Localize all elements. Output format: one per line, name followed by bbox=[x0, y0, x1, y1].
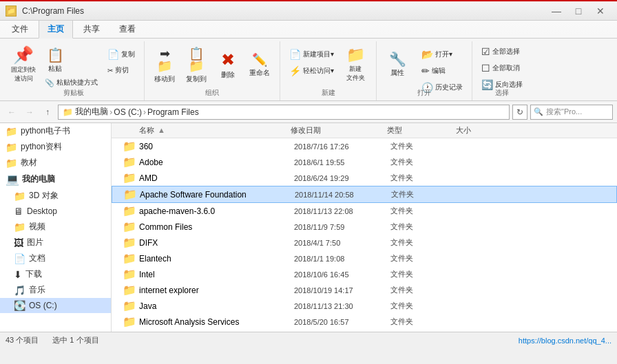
back-button[interactable]: ← bbox=[4, 105, 19, 120]
file-date: 2018/4/1 7:50 bbox=[294, 239, 390, 247]
sidebar-item-music[interactable]: 🎵 音乐 bbox=[0, 282, 111, 298]
title-text: C:\Program Files bbox=[22, 6, 545, 16]
col-header-type[interactable]: 类型 bbox=[387, 125, 456, 136]
app-icon: 📁 bbox=[6, 6, 17, 17]
file-date: 2018/5/20 16:57 bbox=[294, 318, 390, 326]
col-header-name[interactable]: 名称 ▲ bbox=[112, 125, 291, 136]
folder-icon: 📁 bbox=[123, 236, 136, 249]
copy-to-icon: 📋📁 bbox=[184, 47, 209, 72]
tab-view[interactable]: 查看 bbox=[110, 20, 145, 38]
new-item-button[interactable]: 📄 新建项目▾ bbox=[286, 47, 337, 62]
paste-button[interactable]: 📋 粘贴 bbox=[41, 47, 69, 74]
pin-icon: 📌 bbox=[13, 47, 34, 63]
move-to-button[interactable]: ➡📁 移动到 bbox=[150, 47, 179, 85]
table-row[interactable]: 📁 Elantech 2018/1/1 19:08 文件夹 bbox=[112, 250, 617, 266]
sidebar-header-mypc[interactable]: 💻 我的电脑 bbox=[0, 171, 111, 188]
delete-label: 删除 bbox=[221, 70, 235, 80]
music-icon: 🎵 bbox=[14, 285, 25, 296]
file-type: 文件夹 bbox=[390, 285, 459, 295]
select-all-button[interactable]: ☑ 全部选择 bbox=[478, 44, 526, 59]
ribbon-group-clipboard: 📌 固定到快 速访问 📋 粘贴 📎 粘贴快捷方式 📄 bbox=[3, 41, 145, 100]
file-date: 2018/1/1 19:08 bbox=[294, 255, 390, 263]
table-row[interactable]: 📁 AMD 2018/6/24 19:29 文件夹 bbox=[112, 170, 617, 186]
properties-button[interactable]: 🔧 属性 bbox=[382, 44, 412, 85]
sidebar-item-pictures[interactable]: 🖼 图片 bbox=[0, 235, 111, 250]
main-content: 📁 python电子书 📁 python资料 📁 教材 💻 我的电脑 📁 3D … bbox=[0, 123, 617, 332]
sidebar-item-videos[interactable]: 📁 视频 bbox=[0, 219, 111, 235]
folder-icon: 📁 bbox=[123, 268, 136, 281]
tab-file[interactable]: 文件 bbox=[3, 20, 37, 38]
edit-button[interactable]: ✏ 编辑 bbox=[418, 63, 466, 78]
minimize-button[interactable]: — bbox=[545, 3, 567, 19]
cut-button[interactable]: ✂ 剪切 bbox=[104, 63, 138, 77]
video-icon: 📁 bbox=[14, 222, 25, 233]
table-row[interactable]: 📁 Common Files 2018/11/9 7:59 文件夹 bbox=[112, 219, 617, 235]
sidebar-item-python-ebooks[interactable]: 📁 python电子书 bbox=[0, 123, 111, 139]
pin-quick-access-button[interactable]: 📌 固定到快 速访问 bbox=[8, 44, 39, 85]
copy-button[interactable]: 📄 复制 bbox=[104, 47, 138, 62]
table-row[interactable]: 📁 Intel 2018/10/6 16:45 文件夹 bbox=[112, 266, 617, 282]
file-type: 文件夹 bbox=[390, 206, 459, 216]
close-button[interactable]: ✕ bbox=[589, 3, 611, 19]
table-row[interactable]: 📁 DIFX 2018/4/1 7:50 文件夹 bbox=[112, 235, 617, 250]
path-sep-0: › bbox=[109, 107, 112, 117]
sidebar-item-label: OS (C:) bbox=[29, 301, 57, 310]
maximize-button[interactable]: □ bbox=[567, 3, 589, 19]
file-name: Adobe bbox=[139, 158, 294, 167]
col-date-label: 修改日期 bbox=[291, 126, 321, 134]
sidebar-item-downloads[interactable]: ⬇ 下载 bbox=[0, 266, 111, 282]
ribbon-content: 📌 固定到快 速访问 📋 粘贴 📎 粘贴快捷方式 📄 bbox=[0, 39, 617, 100]
folder-icon: 📁 bbox=[123, 140, 136, 153]
folder-icon: 📁 bbox=[123, 315, 136, 328]
col-name-label: 名称 bbox=[139, 126, 154, 134]
cut-icon: ✂ bbox=[107, 67, 113, 74]
delete-button[interactable]: ✖ 删除 bbox=[213, 47, 242, 85]
folder-icon: 📁 bbox=[123, 283, 136, 297]
table-row[interactable]: 📁 internet explorer 2018/10/19 14:17 文件夹 bbox=[112, 282, 617, 298]
col-header-date[interactable]: 修改日期 bbox=[291, 125, 387, 136]
file-date: 2018/11/13 21:30 bbox=[294, 302, 390, 310]
sidebar-item-osc[interactable]: 💽 OS (C:) bbox=[0, 298, 111, 313]
sidebar-item-documents[interactable]: 📄 文档 bbox=[0, 250, 111, 266]
table-row[interactable]: 📁 360 2018/7/16 17:26 文件夹 bbox=[112, 138, 617, 154]
address-path[interactable]: 📁 我的电脑 › OS (C:) › Program Files bbox=[58, 105, 510, 120]
up-button[interactable]: ↑ bbox=[40, 105, 55, 120]
edit-icon: ✏ bbox=[421, 65, 430, 76]
file-date: 2018/10/19 14:17 bbox=[294, 286, 390, 295]
select-none-button[interactable]: ☐ 全部取消 bbox=[478, 61, 526, 76]
col-header-size[interactable]: 大小 bbox=[456, 125, 511, 136]
file-list-header: 名称 ▲ 修改日期 类型 大小 bbox=[112, 123, 617, 138]
sidebar-item-textbooks[interactable]: 📁 教材 bbox=[0, 155, 111, 171]
table-row[interactable]: 📁 apache-maven-3.6.0 2018/11/13 22:08 文件… bbox=[112, 203, 617, 219]
folder-icon: 📁 bbox=[6, 126, 17, 137]
forward-button[interactable]: → bbox=[22, 105, 37, 120]
new-folder-button[interactable]: 📁 新建 文件夹 bbox=[340, 44, 370, 85]
search-box[interactable]: 🔍 搜索"Pro... bbox=[530, 105, 613, 120]
ribbon: 文件 主页 共享 查看 📌 固定到快 速访问 📋 粘贴 📎 bbox=[0, 21, 617, 101]
table-row[interactable]: 📁 Microsoft Help Viewer 2017/12/20 20:36… bbox=[112, 330, 617, 332]
open-file-icon: 📂 bbox=[421, 49, 433, 60]
title-bar: 📁 C:\Program Files — □ ✕ bbox=[0, 0, 617, 21]
open-col: 📂 打开▾ ✏ 编辑 🕐 历史记录 bbox=[418, 44, 466, 95]
sidebar-item-desktop[interactable]: 🖥 Desktop bbox=[0, 204, 111, 219]
file-name: Intel bbox=[139, 270, 294, 279]
paste-shortcut-button[interactable]: 📎 粘贴快捷方式 bbox=[41, 76, 101, 89]
clipboard-group-label: 剪贴板 bbox=[3, 88, 144, 98]
table-row[interactable]: 📁 Adobe 2018/6/1 19:55 文件夹 bbox=[112, 154, 617, 170]
rename-button[interactable]: ✏️ 重命名 bbox=[245, 47, 274, 85]
sidebar-item-python-resources[interactable]: 📁 python资料 bbox=[0, 139, 111, 155]
tab-share[interactable]: 共享 bbox=[74, 20, 109, 38]
rename-col: ✏️ 重命名 bbox=[245, 44, 274, 85]
easy-access-button[interactable]: ⚡ 轻松访问▾ bbox=[286, 63, 337, 78]
open-button[interactable]: 📂 打开▾ bbox=[418, 47, 466, 62]
sidebar-item-3d-objects[interactable]: 📁 3D 对象 bbox=[0, 188, 111, 204]
tab-home[interactable]: 主页 bbox=[39, 20, 73, 39]
folder-icon: 📁 bbox=[6, 142, 17, 153]
file-name: AMD bbox=[139, 173, 294, 183]
status-right: https://blog.csdn.net/qq_4... bbox=[519, 336, 611, 345]
table-row[interactable]: 📁 Microsoft Analysis Services 2018/5/20 … bbox=[112, 314, 617, 330]
table-row[interactable]: 📁 Java 2018/11/13 21:30 文件夹 bbox=[112, 298, 617, 314]
copy-to-button[interactable]: 📋📁 复制到 bbox=[182, 47, 211, 85]
table-row[interactable]: 📁 Apache Software Foundation 2018/11/14 … bbox=[112, 186, 617, 203]
refresh-button[interactable]: ↻ bbox=[512, 105, 527, 120]
